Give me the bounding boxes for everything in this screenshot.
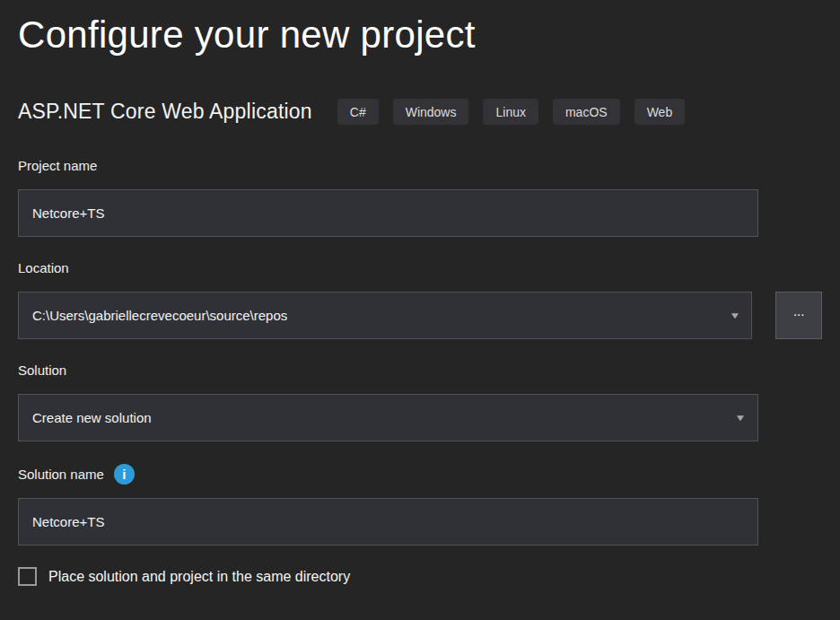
solution-name-input[interactable] bbox=[18, 498, 758, 546]
page-title: Configure your new project bbox=[18, 9, 822, 61]
solution-value: Create new solution bbox=[32, 410, 736, 425]
project-name-input[interactable] bbox=[18, 189, 758, 237]
tag-csharp[interactable]: C# bbox=[337, 99, 379, 125]
location-value: C:\Users\gabriellecrevecoeur\source\repo… bbox=[32, 308, 731, 323]
same-directory-row: Place solution and project in the same d… bbox=[18, 567, 822, 586]
chevron-down-icon: ▼ bbox=[734, 414, 746, 423]
info-icon[interactable]: i bbox=[114, 464, 135, 485]
tag-linux[interactable]: Linux bbox=[483, 99, 538, 125]
location-combobox[interactable]: C:\Users\gabriellecrevecoeur\source\repo… bbox=[18, 292, 752, 339]
project-name-field: Project name bbox=[18, 158, 822, 237]
browse-location-button[interactable]: ... bbox=[775, 292, 822, 339]
solution-name-label: Solution name bbox=[18, 467, 104, 483]
template-tags: C# Windows Linux macOS Web bbox=[337, 99, 685, 125]
same-directory-checkbox[interactable] bbox=[18, 567, 37, 586]
tag-macos[interactable]: macOS bbox=[553, 99, 620, 125]
solution-name-field: Solution name i bbox=[18, 464, 822, 546]
same-directory-label: Place solution and project in the same d… bbox=[48, 569, 350, 585]
chevron-down-icon: ▼ bbox=[729, 311, 740, 320]
location-label: Location bbox=[18, 260, 822, 276]
solution-combobox[interactable]: Create new solution ▼ bbox=[18, 394, 758, 441]
project-name-label: Project name bbox=[18, 158, 822, 174]
template-info-row: ASP.NET Core Web Application C# Windows … bbox=[18, 99, 822, 125]
solution-field: Solution Create new solution ▼ bbox=[18, 362, 822, 441]
tag-windows[interactable]: Windows bbox=[393, 99, 469, 125]
template-name: ASP.NET Core Web Application bbox=[18, 100, 312, 124]
tag-web[interactable]: Web bbox=[634, 99, 686, 125]
solution-label: Solution bbox=[18, 362, 822, 379]
configure-project-dialog: Configure your new project ASP.NET Core … bbox=[0, 0, 840, 586]
location-field: Location C:\Users\gabriellecrevecoeur\so… bbox=[18, 260, 822, 339]
